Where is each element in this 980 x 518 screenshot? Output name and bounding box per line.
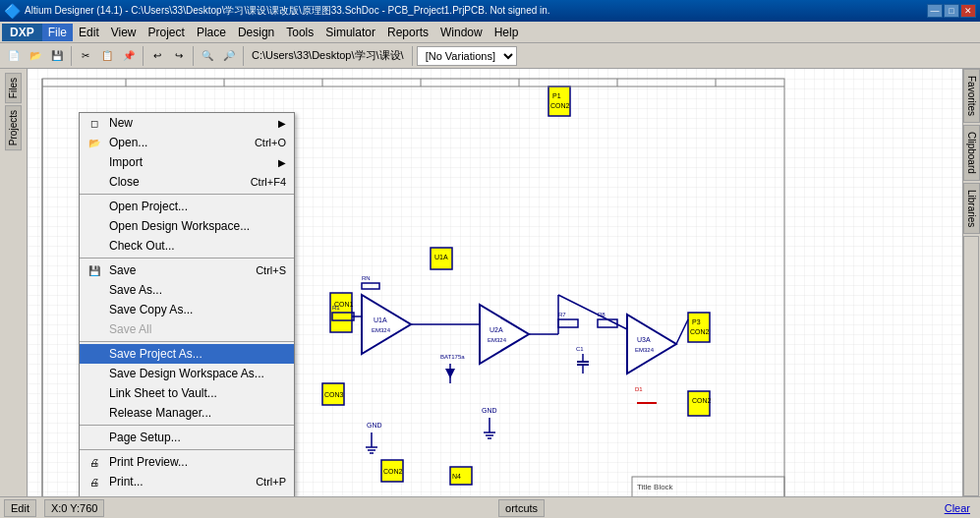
tb-redo[interactable]: ↪ bbox=[169, 46, 189, 66]
svg-text:U2A: U2A bbox=[490, 326, 503, 333]
file-dropdown-menu: ◻ New ▶ 📂 Open... Ctrl+O Import ▶ Close … bbox=[79, 112, 295, 496]
menu-close[interactable]: Close Ctrl+F4 bbox=[80, 172, 294, 192]
tb-save[interactable]: 💾 bbox=[47, 46, 67, 66]
tb-paste[interactable]: 📌 bbox=[119, 46, 139, 66]
menu-open[interactable]: 📂 Open... Ctrl+O bbox=[80, 133, 294, 152]
open-label: Open... bbox=[109, 136, 147, 149]
separator-checkout bbox=[80, 258, 294, 259]
toolbar: 📄 📂 💾 ✂ 📋 📌 ↩ ↪ 🔍 🔎 C:\Users\33\Desktop\… bbox=[0, 43, 980, 69]
svg-text:CON2: CON2 bbox=[383, 468, 403, 475]
svg-text:CON2: CON2 bbox=[550, 102, 570, 109]
default-prints-label: Default Prints... bbox=[109, 494, 190, 496]
main-area: Files Projects Title Block P1 CON2 bbox=[0, 69, 980, 496]
svg-text:U1A: U1A bbox=[374, 317, 387, 323]
sidebar-tab-projects[interactable]: Projects bbox=[5, 105, 22, 150]
menu-save[interactable]: 💾 Save Ctrl+S bbox=[80, 260, 294, 280]
menu-dxp[interactable]: DXP bbox=[2, 24, 42, 41]
link-sheet-label: Link Sheet to Vault... bbox=[109, 386, 217, 400]
maximize-button[interactable]: □ bbox=[944, 4, 959, 18]
menu-save-as[interactable]: Save As... bbox=[80, 280, 294, 300]
menu-open-workspace[interactable]: Open Design Workspace... bbox=[80, 216, 294, 236]
canvas-area: Title Block P1 CON2 CON1 U1A EM324 R1 RN… bbox=[28, 69, 962, 496]
svg-text:C1: C1 bbox=[576, 346, 584, 352]
sidebar-tab-files[interactable]: Files bbox=[5, 73, 22, 103]
vertical-scrollbar[interactable] bbox=[963, 236, 979, 496]
svg-text:EM324: EM324 bbox=[635, 347, 655, 353]
svg-text:EM324: EM324 bbox=[488, 337, 507, 343]
title-text: Altium Designer (14.1) - C:\Users\33\Des… bbox=[25, 4, 927, 18]
right-sidebar: Favorites Clipboard Libraries bbox=[962, 69, 980, 496]
open-icon: 📂 bbox=[86, 138, 103, 148]
tb-open[interactable]: 📂 bbox=[26, 46, 45, 66]
menu-tools[interactable]: Tools bbox=[280, 24, 319, 41]
menu-link-sheet[interactable]: Link Sheet to Vault... bbox=[80, 383, 294, 403]
svg-text:P3: P3 bbox=[692, 318, 701, 325]
tb-undo[interactable]: ↩ bbox=[147, 46, 167, 66]
menu-design[interactable]: Design bbox=[232, 24, 280, 41]
menu-check-out[interactable]: Check Out... bbox=[80, 236, 294, 256]
check-out-label: Check Out... bbox=[109, 239, 175, 253]
right-tab-clipboard[interactable]: Clipboard bbox=[963, 125, 980, 181]
tb-new[interactable]: 📄 bbox=[4, 46, 24, 66]
save-project-as-label: Save Project As... bbox=[109, 347, 202, 361]
svg-rect-5 bbox=[548, 86, 570, 116]
menu-print-preview[interactable]: 🖨 Print Preview... bbox=[80, 452, 294, 472]
menu-import[interactable]: Import ▶ bbox=[80, 152, 294, 172]
print-label: Print... bbox=[109, 475, 144, 489]
menu-save-workspace-as[interactable]: Save Design Workspace As... bbox=[80, 364, 294, 383]
right-tab-favorites[interactable]: Favorites bbox=[963, 69, 980, 123]
save-shortcut: Ctrl+S bbox=[256, 264, 286, 276]
save-copy-as-label: Save Copy As... bbox=[109, 303, 193, 317]
menu-save-all: Save All bbox=[80, 319, 294, 339]
menu-view[interactable]: View bbox=[105, 24, 143, 41]
print-icon: 🖨 bbox=[86, 477, 103, 488]
separator-saveall bbox=[80, 341, 294, 342]
menu-print[interactable]: 🖨 Print... Ctrl+P bbox=[80, 472, 294, 491]
print-shortcut: Ctrl+P bbox=[256, 476, 286, 488]
svg-text:GND: GND bbox=[482, 407, 497, 414]
menu-open-project[interactable]: Open Project... bbox=[80, 197, 294, 216]
menu-help[interactable]: Help bbox=[489, 24, 525, 41]
menu-window[interactable]: Window bbox=[434, 24, 489, 41]
page-setup-label: Page Setup... bbox=[109, 431, 181, 444]
svg-text:R1: R1 bbox=[332, 305, 340, 311]
print-preview-icon: 🖨 bbox=[86, 457, 103, 468]
status-clear-button[interactable]: Clear bbox=[939, 501, 976, 515]
svg-text:D1: D1 bbox=[635, 386, 643, 392]
menu-simulator[interactable]: Simulator bbox=[319, 24, 381, 41]
menu-file[interactable]: File bbox=[42, 24, 73, 41]
right-tab-libraries[interactable]: Libraries bbox=[963, 183, 980, 234]
separator-close bbox=[80, 194, 294, 195]
menu-release-manager[interactable]: Release Manager... bbox=[80, 403, 294, 423]
menu-reports[interactable]: Reports bbox=[381, 24, 434, 41]
open-project-label: Open Project... bbox=[109, 200, 188, 213]
menu-page-setup[interactable]: Page Setup... bbox=[80, 428, 294, 447]
tb-zoom-in[interactable]: 🔍 bbox=[198, 46, 217, 66]
minimize-button[interactable]: — bbox=[927, 4, 943, 18]
tb-copy[interactable]: 📋 bbox=[97, 46, 117, 66]
tb-cut[interactable]: ✂ bbox=[76, 46, 95, 66]
tb-zoom-out[interactable]: 🔎 bbox=[219, 46, 239, 66]
menu-default-prints[interactable]: Default Prints... bbox=[80, 491, 294, 496]
menu-save-copy-as[interactable]: Save Copy As... bbox=[80, 300, 294, 319]
menu-save-project-as[interactable]: Save Project As... bbox=[80, 344, 294, 364]
menu-new[interactable]: ◻ New ▶ bbox=[80, 113, 294, 133]
app-icon: 🔷 bbox=[4, 3, 21, 19]
menu-project[interactable]: Project bbox=[143, 24, 191, 41]
open-workspace-label: Open Design Workspace... bbox=[109, 219, 250, 233]
menu-place[interactable]: Place bbox=[191, 24, 232, 41]
separator-release bbox=[80, 425, 294, 426]
release-manager-label: Release Manager... bbox=[109, 406, 211, 420]
svg-text:EM324: EM324 bbox=[372, 327, 391, 333]
variation-dropdown[interactable]: [No Variations] bbox=[417, 46, 517, 66]
window-controls: — □ ✕ bbox=[927, 4, 976, 18]
status-coords: X:0 Y:760 bbox=[44, 499, 105, 517]
open-shortcut: Ctrl+O bbox=[255, 137, 286, 148]
new-arrow: ▶ bbox=[278, 118, 286, 129]
import-arrow: ▶ bbox=[278, 157, 286, 168]
status-ortcuts: ortcuts bbox=[498, 499, 545, 517]
menu-edit[interactable]: Edit bbox=[73, 24, 105, 41]
close-shortcut: Ctrl+F4 bbox=[251, 176, 286, 188]
print-preview-label: Print Preview... bbox=[109, 455, 188, 469]
close-button[interactable]: ✕ bbox=[960, 4, 976, 18]
